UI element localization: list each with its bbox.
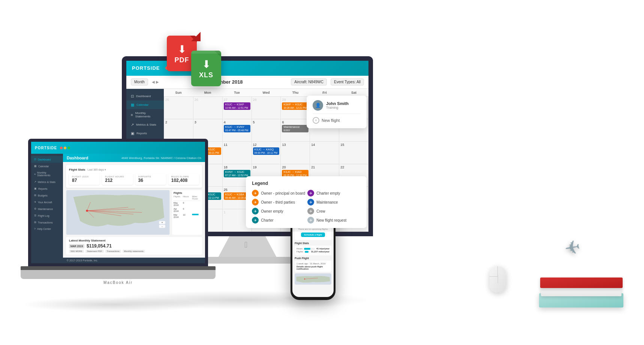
legend-crew-icon: ✈ <box>307 208 314 214</box>
day-thu: Thu <box>281 89 310 96</box>
phone-stats-section: Hours 41 trips/year Flights 31,237 mil <box>295 246 331 255</box>
phone-stat-hours: Hours 41 trips/year <box>297 248 329 250</box>
cal-cell-dec5[interactable]: 5 <box>252 119 281 142</box>
event-ksjc-kskf[interactable]: KSJC → KSKF10:58 AM - 12:51 PM <box>224 102 250 110</box>
hours-bar-container <box>304 248 315 250</box>
stat-airports: AIRPORTS 36 <box>135 174 166 185</box>
flights-bar-container <box>305 251 310 253</box>
cal-cell-dec15[interactable]: 15 <box>339 142 368 164</box>
flight-stats-title: Flight Stats Last 365 days ▾ <box>69 168 199 171</box>
schedule-flight-button[interactable]: Schedule a flight <box>301 232 325 237</box>
phone-stat-flights: Flights 31,237 miles/year <box>297 250 329 253</box>
event-kvny-ksjc-2[interactable]: KVNY → KSJC07:17 AM - 12:52 PM <box>224 170 250 177</box>
apple-logo:  <box>235 240 257 250</box>
svg-text:+: + <box>161 221 163 224</box>
dash-title: Dashboard <box>67 156 88 160</box>
dash-nav-metrics[interactable]: ↗ Metrics & Stats <box>31 178 63 185</box>
mouse-left-button <box>490 266 498 277</box>
dash-nav-maintenance[interactable]: ⚙ Maintenance <box>31 206 63 212</box>
cal-cell-nov29[interactable]: 29 KSKF → KSJC10:28 AM - 12:21 PM <box>281 97 310 119</box>
legend-new-flight-request-icon: ✈ <box>307 217 314 224</box>
nav-statements-label: Monthly Statements <box>135 111 159 118</box>
statements-icon: ≡ <box>131 113 133 117</box>
dash-calendar-icon: ▦ <box>34 165 37 168</box>
cal-cell-dec3[interactable]: 3 <box>193 119 223 142</box>
new-flight-action[interactable]: + New flight <box>313 117 361 124</box>
xls-download-arrow: ⬇ <box>202 58 211 70</box>
cal-cell-nov28[interactable]: 28 <box>252 97 281 119</box>
event-ksjc-kasq[interactable]: KSJC → KASQ09:30 PM - 10:11 PM <box>253 147 280 155</box>
nav-metrics[interactable]: ↗ Metrics & Stats <box>126 120 164 129</box>
dash-transactions-icon: ⊞ <box>34 221 36 224</box>
cal-app-header: PORTSIDE <box>126 61 368 76</box>
day-wed: Wed <box>252 89 281 96</box>
dashboard-app: PORTSIDE ⊡ Dashboard <box>31 142 205 263</box>
nav-metrics-label: Metrics & Stats <box>136 123 156 126</box>
day-tue: Tue <box>222 89 252 96</box>
mini-table-row-1: May 2019 0 <box>174 201 201 207</box>
nav-calendar[interactable]: ▦ Calendar <box>126 100 164 109</box>
window-controls-laptop <box>60 147 70 149</box>
xls-icon: ⬇ XLS <box>191 51 221 86</box>
legend-owner-third-icon: ✈ <box>252 199 259 206</box>
cal-cell-dec13[interactable]: 13 <box>281 142 310 164</box>
dash-nav-transactions[interactable]: ⊞ Transactions <box>31 219 63 226</box>
cal-cell-dec4[interactable]: 4 KSJC → KVNY03:47 PM - 05:48 PM <box>223 119 252 142</box>
event-ksjc-kvny[interactable]: KSJC → KVNY03:47 PM - 05:48 PM <box>224 125 250 132</box>
dash-nav-aircraft[interactable]: ✈ Your Aircraft <box>31 199 63 206</box>
flights-mini-table: Flights Flights Hours Miles Flown May 20… <box>172 190 202 235</box>
cal-cell-dec14[interactable]: 14 <box>310 142 339 164</box>
dash-nav-flight-log[interactable]: ☰ Flight Log <box>31 212 63 219</box>
dash-nav-dashboard[interactable]: ⊡ Dashboard <box>31 156 63 163</box>
nav-calendar-label: Calendar <box>136 103 148 106</box>
legend-charter-empty: ✈ Charter empty <box>307 190 361 196</box>
tab-transactions[interactable]: Transactions <box>105 250 121 253</box>
view-selector[interactable]: Month <box>131 78 148 86</box>
cal-cell-dec11[interactable]: 11 <box>223 142 252 164</box>
cal-cell-dec6[interactable]: 6 MaintenanceKVNY <box>281 119 310 142</box>
push-flight-section: 1 week ago · 31 March, 2019 Details abou… <box>295 261 331 272</box>
stat-miles: MILES FLOWN 102,408 <box>168 174 199 185</box>
dash-nav-calendar[interactable]: ▦ Calendar <box>31 163 63 170</box>
map-section: + - Flights Flights Hours <box>66 190 202 235</box>
day-sun: Sun <box>164 89 193 96</box>
cal-cell-nov27[interactable]: 27 KSJC → KSKF10:58 AM - 12:51 PM <box>223 97 252 119</box>
dash-reports-icon: ▣ <box>34 187 37 190</box>
dash-nav-help[interactable]: ? Help Center <box>31 226 63 232</box>
nav-reports[interactable]: ▣ Reports <box>126 129 164 138</box>
event-maintenance[interactable]: MaintenanceKVNY <box>282 125 309 132</box>
statement-title: Latest Monthly Statement <box>69 239 199 242</box>
dash-header: PORTSIDE <box>31 142 205 154</box>
pdf-label: PDF <box>175 56 189 64</box>
dash-nav-budgets[interactable]: ⊞ Budgets <box>31 192 63 199</box>
cal-cell-nov26[interactable]: 26 <box>193 97 223 119</box>
tab-monthly-statements[interactable]: Monthly statements <box>123 250 145 253</box>
nav-reports-label: Reports <box>136 132 147 135</box>
event-types-filter[interactable]: Event Types: All <box>331 78 364 86</box>
event-kskf-ksjc-1[interactable]: KSKF → KSJC10:28 AM - 12:21 PM <box>282 102 309 110</box>
statement-section: Latest Monthly Statement MAR 2019 $119,0… <box>66 237 202 255</box>
legend-charter: ✈ Charter <box>252 217 305 224</box>
cal-cell-nov25[interactable]: 25 <box>164 97 193 119</box>
nav-dashboard[interactable]: ⊡ Dashboard <box>126 92 164 100</box>
day-fri: Fri <box>310 89 339 96</box>
statement-tabs: SEE MORE Statement PDF Transactions Mont… <box>69 250 199 253</box>
dash-nav-reports[interactable]: ▣ Reports <box>31 185 63 192</box>
nav-monthly-statements[interactable]: ≡ Monthly Statements <box>126 109 164 120</box>
legend-crew: ✈ Crew <box>307 208 361 214</box>
dash-nav-statements[interactable]: ≡ Monthly Statements <box>31 170 63 178</box>
user-avatar: 👤 <box>313 100 323 111</box>
dash-budgets-icon: ⊞ <box>34 194 36 197</box>
statement-amount: $119,054.71 <box>87 243 112 249</box>
legend-title: Legend <box>252 181 361 186</box>
stat-flight-hours: FLIGHT HOURS 212 <box>102 174 133 185</box>
tab-see-more[interactable]: SEE MORE <box>69 250 84 253</box>
cal-cell-dec12[interactable]: 12 KSJC → KASQ09:30 PM - 10:11 PM <box>252 142 281 164</box>
mini-table-row-2: Apr 2019 0 <box>174 207 201 213</box>
svg-point-8 <box>86 210 88 212</box>
tab-statement-pdf[interactable]: Statement PDF <box>85 250 104 253</box>
stats-row-1: FLIGHT LEGS 87 FLIGHT HOURS 212 AIRPORTS <box>69 174 199 185</box>
phone-stats-title: Flight Stats <box>295 242 331 244</box>
aircraft-filter[interactable]: Aircraft: N849WC <box>291 78 327 86</box>
cal-cell-dec2[interactable]: 2 <box>164 119 193 142</box>
